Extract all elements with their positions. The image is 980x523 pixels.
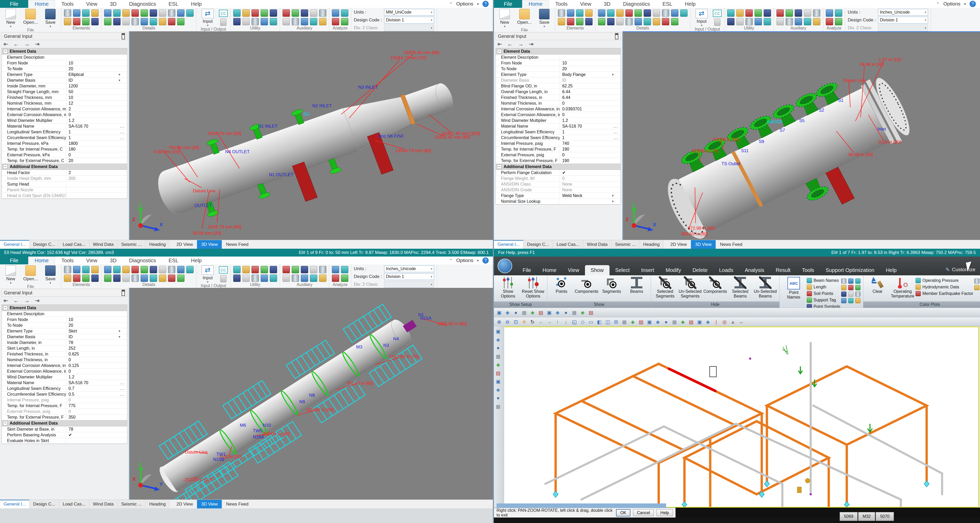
autopipe-tab-insert[interactable]: Insert (635, 265, 660, 275)
grid-row-nominal-thickness-mm[interactable]: Nominal Thickness, mm12 (2, 100, 127, 106)
collapse-ribbon-icon[interactable]: ⌃ (936, 2, 940, 6)
row-value-cell[interactable]: ID▾ (66, 78, 127, 83)
autopipe-tab-modify[interactable]: Modify (660, 265, 687, 275)
weight-tool-icon[interactable]: ▲ (729, 318, 737, 326)
ribbon-tab-3d[interactable]: 3D (598, 0, 617, 8)
pin-icon[interactable] (122, 290, 125, 296)
utility-icon[interactable] (764, 18, 771, 26)
grid-row-flange-type[interactable]: Flange TypeWeld Neck▾ (496, 193, 620, 199)
grid-row-parent-nozzle[interactable]: Parent Nozzle (2, 187, 127, 193)
ellipsis-button[interactable]: ... (613, 124, 618, 129)
grid-row-ansi-din-grade[interactable]: ANSI/DIN GradeNone (496, 187, 620, 193)
auxiliary-icon[interactable] (310, 18, 317, 26)
ribbon-tab-esl[interactable]: ESL (162, 0, 185, 8)
utility-icon[interactable] (242, 18, 250, 26)
components-button[interactable]: Components (703, 276, 727, 294)
row-value-cell[interactable]: 0 (66, 368, 127, 374)
row-value-cell[interactable]: 20 (66, 66, 127, 72)
row-value-cell[interactable]: 10 (66, 95, 127, 100)
utility-icon[interactable] (754, 10, 762, 17)
design-code-select[interactable]: Division 1▾ (384, 17, 434, 24)
mini-tool-icon[interactable] (848, 292, 853, 297)
grid-row-wind-diameter-multiplier[interactable]: Wind Diameter Multiplier1.2 (2, 118, 127, 123)
auxiliary-icon[interactable] (292, 274, 299, 282)
ribbon-tab-tools[interactable]: Tools (549, 0, 574, 8)
last-record-icon[interactable]: ⇥ (529, 41, 534, 47)
row-value-cell[interactable]: 10 (66, 60, 127, 66)
auxiliary-icon[interactable] (795, 10, 802, 17)
grid-row-perform-basering-analysis[interactable]: Perform Basering Analysis✔ (2, 432, 127, 438)
detail-icon[interactable] (168, 10, 175, 17)
ribbon-tab-3d[interactable]: 3D (103, 257, 123, 265)
units-select[interactable]: Inches_Unicode▾ (384, 265, 434, 272)
row-value-cell[interactable]: 0.125 (66, 363, 127, 368)
utility-icon[interactable] (745, 10, 753, 17)
top-view-icon[interactable]: ◧ (596, 318, 603, 326)
grid-row-to-node[interactable]: To Node20 (2, 66, 127, 72)
element-icon[interactable] (73, 10, 80, 17)
autopipe-tab-file[interactable]: File (517, 265, 537, 275)
grid-row-nominal-thickness-in[interactable]: Nominal Thickness, in0 (2, 357, 127, 363)
row-value-cell[interactable]: 0 (66, 152, 127, 158)
shade-mode-4-icon[interactable]: ▣ (646, 318, 653, 326)
row-value-cell[interactable]: 190 (560, 147, 620, 152)
mini-tool-icon[interactable] (855, 298, 861, 303)
grid-row-finished-thickness-in[interactable]: Finished Thickness, in0.625 (2, 351, 127, 357)
auxiliary-icon[interactable] (283, 274, 290, 282)
grid-row-element-description[interactable]: Element Description (2, 54, 127, 60)
new-button[interactable]: New▾ (496, 9, 513, 28)
element-icon[interactable] (558, 18, 565, 26)
units-select[interactable]: Inches_Unicode▾ (878, 9, 928, 16)
detail-icon[interactable] (104, 266, 111, 273)
grid-row-internal-pressure-kpa[interactable]: Internal Pressure, kPa1800 (2, 141, 127, 147)
utility-icon[interactable] (736, 18, 744, 26)
row-value-cell[interactable]: 775 (66, 403, 127, 408)
rotate-icon[interactable]: ↻ (529, 318, 536, 326)
options-button[interactable]: Options (943, 1, 960, 7)
detail-icon[interactable] (123, 18, 130, 26)
grid-row-blind-flange-od-in[interactable]: Blind Flange OD, in62.25 (496, 83, 620, 89)
grid-row-perform-flange-calculation[interactable]: Perform Flange Calculation✔ (496, 170, 620, 175)
row-value-cell[interactable]: 252 (66, 346, 127, 351)
ellipsis-button[interactable]: ... (613, 130, 618, 134)
analyze-icon[interactable] (332, 18, 339, 26)
zoom-extents-icon[interactable]: ◱ (571, 318, 578, 326)
auxiliary-icon[interactable] (813, 18, 820, 26)
utility-icon[interactable] (736, 10, 744, 17)
auxiliary-icon[interactable] (319, 18, 326, 26)
autopipe-tab-support-optimization[interactable]: Support Optimization (820, 265, 880, 275)
row-value-cell[interactable]: 180 (66, 147, 127, 152)
detail-icon[interactable] (598, 18, 605, 26)
grid-row-inside-diameter-mm[interactable]: Inside Diameter, mm1200 (2, 83, 127, 89)
grid-row-longitudinal-seam-efficiency[interactable]: Longitudinal Seam Efficiency0.7... (2, 386, 127, 391)
un-selected-beams-button[interactable]: Un-Selected Beams (753, 276, 777, 298)
row-value-cell[interactable]: ✔ (66, 432, 127, 438)
help-icon[interactable]: ? (482, 1, 489, 7)
length-button[interactable]: Length (807, 284, 840, 290)
autopipe-tab-view[interactable]: View (562, 265, 585, 275)
ribbon-tab-tools[interactable]: Tools (55, 0, 80, 8)
options-button[interactable]: Options (456, 258, 473, 263)
solid-view-1-icon[interactable]: ◆ (654, 318, 662, 326)
cancel-button[interactable]: Cancel (633, 509, 654, 516)
analyze-icon[interactable] (341, 18, 348, 26)
grid-row-external-pressure-psig[interactable]: External Pressure, psig0 (2, 409, 127, 415)
grid-row-evaluate-holes-in-skirt[interactable]: Evaluate Holes in Skirt (2, 438, 127, 444)
detail-icon[interactable] (150, 18, 157, 26)
grid-section-header[interactable]: −Element Data (496, 48, 620, 54)
grid-row-straight-flange-length-mm[interactable]: Straight Flange Length, mm50 (2, 89, 127, 95)
utility-icon[interactable] (261, 18, 268, 26)
next-record-icon[interactable]: → (24, 298, 30, 304)
detail-icon[interactable] (186, 266, 194, 273)
row-value-cell[interactable]: Weld Neck▾ (560, 193, 620, 198)
ribbon-tab-home[interactable]: Home (28, 257, 55, 265)
grid-row-external-corrosion-allowance-in[interactable]: External Corrosion Allowance, in0 (2, 368, 127, 374)
valve-component-icon[interactable]: ▤ (537, 309, 544, 316)
report-icon[interactable] (220, 275, 226, 282)
grid-row-head-is-cold-spun-en-13445[interactable]: Head is Cold Spun (EN-13445)? (2, 193, 127, 199)
pan-left-icon[interactable]: ← (537, 318, 544, 326)
detail-icon[interactable] (607, 10, 614, 17)
analyze-icon[interactable] (332, 266, 339, 273)
help-button[interactable]: Help (657, 509, 673, 516)
grid-row-diameter-basis[interactable]: Diameter BasisID (496, 78, 620, 83)
